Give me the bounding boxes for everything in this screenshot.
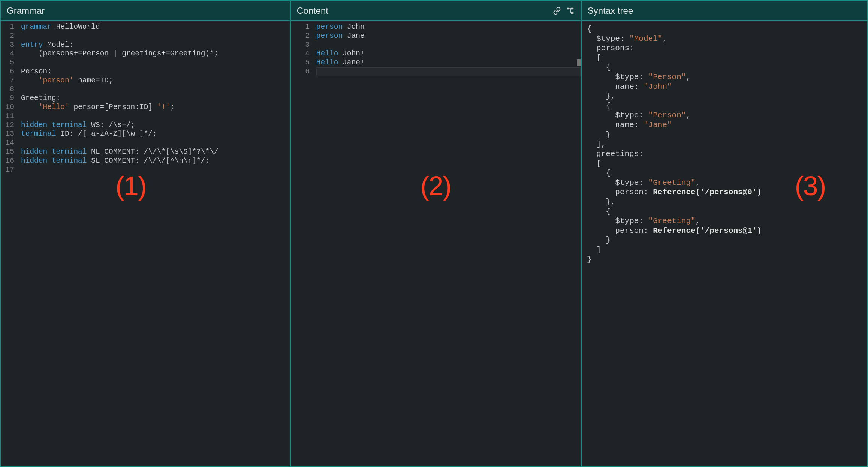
- pane-grammar-title: Grammar: [7, 6, 45, 16]
- content-header-actions: [553, 7, 575, 15]
- pane-grammar-header: Grammar: [1, 1, 290, 21]
- content-gutter: 123456: [291, 23, 316, 466]
- pane-content-title: Content: [297, 6, 328, 16]
- svg-rect-2: [571, 12, 573, 14]
- content-code[interactable]: person Johnperson Jane Hello John!Hello …: [316, 23, 581, 466]
- pane-content: Content: [291, 0, 582, 467]
- pane-grammar: Grammar 1234567891011121314151617 gramma…: [0, 0, 291, 467]
- content-editor[interactable]: 123456 person Johnperson Jane Hello John…: [291, 21, 581, 466]
- pane-syntax-header: Syntax tree: [582, 1, 867, 21]
- grammar-gutter: 1234567891011121314151617: [1, 23, 21, 466]
- link-icon[interactable]: [553, 7, 561, 15]
- svg-rect-0: [567, 7, 569, 9]
- tree-icon[interactable]: [566, 7, 575, 15]
- grammar-editor[interactable]: 1234567891011121314151617 grammar HelloW…: [1, 21, 290, 466]
- pane-syntax-title: Syntax tree: [588, 6, 633, 16]
- grammar-code[interactable]: grammar HelloWorld entry Model: (persons…: [21, 23, 290, 466]
- syntax-tree-body[interactable]: { $type: "Model", persons: [ { $type: "P…: [582, 21, 867, 466]
- pane-syntax: Syntax tree { $type: "Model", persons: […: [582, 0, 868, 467]
- pane-content-header: Content: [291, 1, 581, 21]
- content-minimap[interactable]: [577, 59, 581, 66]
- app-root: Grammar 1234567891011121314151617 gramma…: [0, 0, 868, 467]
- svg-rect-1: [571, 7, 573, 9]
